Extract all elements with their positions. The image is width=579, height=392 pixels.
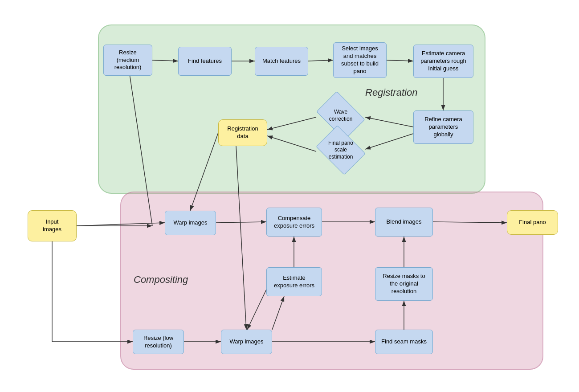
compensate-exposure-label: Compensate exposure errors xyxy=(274,215,314,230)
resize-low-node: Resize (low resolution) xyxy=(133,330,184,354)
find-seam-masks-label: Find seam masks xyxy=(381,338,427,346)
wave-correction-node: Wave correction xyxy=(316,99,365,132)
resize-low-label: Resize (low resolution) xyxy=(143,335,173,350)
resize-medium-label: Resize (medium resolution) xyxy=(114,49,142,72)
estimate-camera-label: Estimate camera parameters rough initial… xyxy=(420,50,466,73)
final-pano-scale-label: Final pano scale estimation xyxy=(328,140,353,161)
compensate-exposure-node: Compensate exposure errors xyxy=(266,208,322,237)
blend-images-label: Blend images xyxy=(387,218,422,226)
match-features-node: Match features xyxy=(255,47,308,76)
find-seam-masks-node: Find seam masks xyxy=(375,330,433,354)
compositing-label: Compositing xyxy=(134,274,188,286)
find-features-node: Find features xyxy=(178,47,232,76)
resize-masks-label: Resize masks to the original resolution xyxy=(383,273,425,295)
warp-images-bottom-node: Warp images xyxy=(221,330,272,354)
registration-label: Registration xyxy=(365,87,417,98)
resize-masks-node: Resize masks to the original resolution xyxy=(375,267,433,301)
resize-medium-node: Resize (medium resolution) xyxy=(103,45,152,76)
warp-images-top-label: Warp images xyxy=(173,219,207,227)
warp-images-bottom-label: Warp images xyxy=(229,338,263,346)
select-images-label: Select images and matches subset to buil… xyxy=(341,45,379,75)
refine-camera-node: Refine camera parameters globally xyxy=(413,110,473,144)
estimate-camera-node: Estimate camera parameters rough initial… xyxy=(413,45,473,78)
select-images-node: Select images and matches subset to buil… xyxy=(333,42,387,78)
final-pano-node: Final pano xyxy=(507,210,558,235)
find-features-label: Find features xyxy=(188,57,222,65)
refine-camera-label: Refine camera parameters globally xyxy=(424,116,462,139)
diagram: Registration Compositing xyxy=(0,0,579,392)
estimate-exposure-label: Estimate exposure errors xyxy=(274,274,314,290)
blend-images-node: Blend images xyxy=(375,208,433,237)
registration-data-node: Registration data xyxy=(218,119,267,146)
wave-correction-label: Wave correction xyxy=(329,109,353,122)
final-pano-label: Final pano xyxy=(519,219,546,226)
estimate-exposure-node: Estimate exposure errors xyxy=(266,267,322,296)
match-features-label: Match features xyxy=(262,57,301,65)
input-images-node: Input images xyxy=(28,210,77,241)
input-images-label: Input images xyxy=(43,218,61,233)
warp-images-top-node: Warp images xyxy=(165,211,216,235)
registration-data-label: Registration data xyxy=(227,125,258,140)
final-pano-scale-node: Final pano scale estimation xyxy=(316,133,365,168)
